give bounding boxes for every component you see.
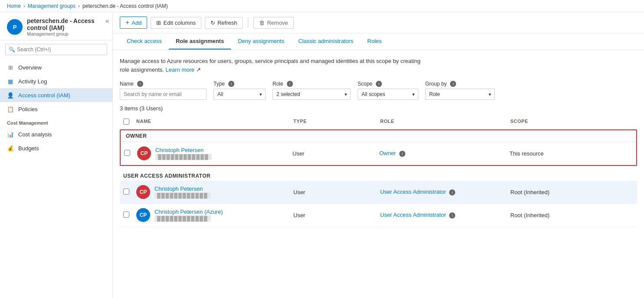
role-link[interactable]: Owner: [379, 150, 396, 156]
type-filter-label: Type: [214, 81, 225, 87]
search-icon: 🔍: [9, 46, 15, 53]
grid-icon: ⊞: [7, 64, 14, 71]
scope-info-icon[interactable]: i: [376, 81, 382, 87]
col-name: NAME: [133, 119, 290, 126]
ua-group-label: USER ACCESS ADMINISTRATOR: [120, 169, 637, 181]
col-role: ROLE: [377, 119, 507, 126]
name-filter-input[interactable]: [120, 89, 207, 100]
select-all-checkbox[interactable]: [123, 119, 129, 125]
columns-icon: ⊞: [156, 20, 161, 26]
table-row: CP Christoph Petersen ████████████ User …: [120, 181, 637, 204]
scope-filter-label: Scope: [358, 81, 372, 87]
scope-filter-select[interactable]: All scopes: [358, 89, 418, 100]
scope-value: Root (Inherited): [507, 212, 637, 219]
log-icon: ▦: [7, 78, 14, 85]
type-filter-select[interactable]: All: [214, 89, 266, 100]
role-info-icon[interactable]: i: [449, 212, 455, 219]
sidebar-item-cost-analysis[interactable]: 📊 Cost analysis: [0, 127, 112, 141]
chart-icon: 📊: [7, 131, 14, 138]
user-icon: 👤: [7, 92, 14, 99]
sidebar-item-overview[interactable]: ⊞ Overview: [0, 60, 112, 74]
breadcrumb-current: peterschen.de - Access control (IAM): [82, 3, 168, 9]
sidebar-item-access-control[interactable]: 👤 Access control (IAM): [0, 88, 112, 102]
breadcrumb-management-groups[interactable]: Management groups: [28, 3, 76, 9]
toolbar-separator: [248, 17, 248, 28]
trash-icon: 🗑: [259, 20, 265, 26]
user-type: User: [290, 189, 377, 195]
description-text: Manage access to Azure resources for use…: [120, 57, 424, 74]
groupby-info-icon[interactable]: i: [450, 81, 456, 87]
sidebar-item-label: Cost analysis: [18, 131, 52, 138]
cost-management-section-label: Cost Management: [0, 116, 112, 127]
edit-columns-button[interactable]: ⊞ Edit columns: [151, 17, 201, 29]
breadcrumb-sep-1: ›: [23, 3, 25, 9]
user-name[interactable]: Christoph Petersen: [155, 147, 212, 153]
tab-roles[interactable]: Roles: [360, 33, 388, 50]
user-name[interactable]: Christoph Petersen: [154, 185, 211, 192]
col-scope: SCOPE: [507, 119, 637, 126]
owner-section: OWNER CP Christoph Petersen ████████████: [120, 129, 637, 166]
learn-more-link[interactable]: Learn more: [166, 66, 194, 73]
user-type: User: [289, 150, 376, 157]
role-filter-label: Role: [273, 81, 283, 87]
role-info-icon[interactable]: i: [399, 151, 405, 157]
breadcrumb-sep-2: ›: [78, 3, 80, 9]
user-email: ████████████: [154, 192, 211, 199]
user-avatar: CP: [136, 185, 150, 199]
sidebar-item-policies[interactable]: 📋 Policies: [0, 102, 112, 116]
tab-deny-assignments[interactable]: Deny assignments: [231, 33, 291, 50]
budget-icon: 💰: [7, 145, 14, 152]
policy-icon: 📋: [7, 106, 14, 113]
refresh-icon: ↻: [210, 20, 215, 26]
name-filter-label: Name: [120, 81, 134, 87]
refresh-button[interactable]: ↻ Refresh: [205, 17, 243, 29]
sidebar-item-label: Activity Log: [18, 78, 47, 85]
remove-button[interactable]: 🗑 Remove: [253, 17, 293, 29]
role-link[interactable]: User Access Administrator: [380, 189, 446, 195]
row-checkbox[interactable]: [123, 212, 129, 218]
owner-group-label: OWNER: [121, 130, 636, 142]
name-info-icon[interactable]: i: [137, 81, 143, 87]
col-type: TYPE: [290, 119, 377, 126]
items-count: 3 items (3 Users): [120, 105, 637, 112]
sidebar-item-label: Access control (IAM): [18, 92, 70, 99]
sidebar-item-budgets[interactable]: 💰 Budgets: [0, 141, 112, 155]
table-row: CP Christoph Petersen (Azure) ██████████…: [120, 204, 637, 227]
sidebar-item-label: Budgets: [18, 145, 39, 152]
user-email: ████████████: [155, 154, 212, 160]
role-filter-select[interactable]: 2 selected: [273, 89, 351, 100]
user-type: User: [290, 212, 377, 219]
role-info-icon[interactable]: i: [287, 81, 293, 87]
avatar: P: [7, 19, 23, 35]
type-info-icon[interactable]: i: [228, 81, 234, 87]
add-button[interactable]: + Add: [120, 17, 147, 29]
page-subtitle: Management group: [27, 31, 105, 36]
breadcrumb-home[interactable]: Home: [7, 3, 21, 9]
ua-section: USER ACCESS ADMINISTRATOR CP Christoph P…: [120, 169, 637, 227]
tab-role-assignments[interactable]: Role assignments: [169, 33, 231, 50]
row-checkbox[interactable]: [123, 189, 129, 195]
scope-value: This resource: [506, 150, 636, 157]
user-name[interactable]: Christoph Petersen (Azure): [154, 209, 223, 215]
scope-value: Root (Inherited): [507, 189, 637, 195]
row-checkbox[interactable]: [124, 150, 130, 156]
tab-classic-administrators[interactable]: Classic administrators: [291, 33, 360, 50]
collapse-sidebar-button[interactable]: «: [102, 16, 112, 26]
groupby-filter-select[interactable]: Role: [425, 89, 495, 100]
table-row: CP Christoph Petersen ████████████ User …: [121, 142, 636, 165]
role-info-icon[interactable]: i: [449, 189, 455, 195]
user-email: ████████████: [154, 215, 211, 222]
page-title: peterschen.de - Access control (IAM): [27, 17, 105, 31]
tab-check-access[interactable]: Check access: [120, 33, 169, 50]
sidebar-item-activity-log[interactable]: ▦ Activity Log: [0, 74, 112, 88]
user-avatar: CP: [136, 208, 150, 222]
groupby-filter-label: Group by: [425, 81, 447, 87]
user-avatar: CP: [137, 146, 151, 160]
role-link[interactable]: User Access Administrator: [380, 212, 446, 218]
sidebar-item-label: Overview: [18, 64, 42, 71]
sidebar-search-input[interactable]: [5, 44, 107, 55]
plus-icon: +: [125, 19, 129, 26]
sidebar-item-label: Policies: [18, 106, 38, 113]
